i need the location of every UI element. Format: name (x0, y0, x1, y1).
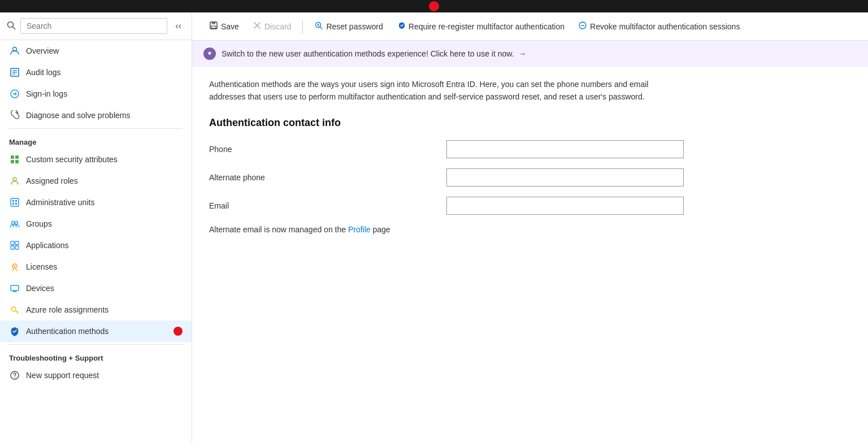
description-text: Authentication methods are the ways your… (209, 78, 672, 103)
toolbar-divider (302, 20, 303, 33)
sidebar-item-label: Azure role assignments (26, 305, 108, 314)
reset-password-button[interactable]: Reset password (309, 18, 388, 34)
svg-point-29 (11, 307, 16, 311)
discard-label: Discard (264, 22, 291, 31)
banner-icon (203, 47, 216, 60)
sidebar-item-admin-units[interactable]: Administrative units (0, 192, 192, 213)
sidebar-item-azure-roles[interactable]: Azure role assignments (0, 299, 192, 320)
save-label: Save (221, 22, 239, 31)
sidebar-item-signin-logs[interactable]: Sign-in logs (0, 83, 192, 105)
svg-point-25 (14, 266, 16, 267)
svg-rect-9 (15, 155, 19, 159)
list-icon (9, 67, 20, 78)
svg-point-12 (13, 177, 16, 181)
svg-point-31 (14, 377, 15, 378)
collapse-sidebar-button[interactable]: ‹‹ (172, 20, 185, 32)
signin-icon (9, 88, 20, 99)
key-icon (9, 304, 20, 315)
reset-password-label: Reset password (326, 22, 383, 31)
svg-rect-14 (12, 200, 14, 202)
require-reregister-icon (397, 21, 406, 32)
sidebar-item-auth-methods[interactable]: Authentication methods (0, 320, 192, 342)
troubleshoot-section-label: Troubleshooting + Support (0, 347, 192, 365)
sidebar-item-groups[interactable]: Groups (0, 213, 192, 235)
reset-password-icon (314, 21, 323, 32)
admin-icon (9, 197, 20, 208)
discard-icon (253, 21, 262, 32)
sidebar-item-devices[interactable]: Devices (0, 278, 192, 299)
device-icon (9, 283, 20, 294)
sidebar-item-label: Sign-in logs (26, 89, 67, 98)
profile-link[interactable]: Profile (348, 225, 371, 234)
svg-line-1 (13, 27, 15, 29)
search-icon (7, 21, 16, 32)
banner-text: Switch to the new user authentication me… (222, 49, 526, 58)
svg-rect-13 (11, 198, 19, 206)
sidebar-item-audit-logs[interactable]: Audit logs (0, 62, 192, 83)
person-icon (9, 45, 20, 57)
wrench-icon (9, 110, 20, 121)
shield-icon (9, 326, 20, 337)
alternate-phone-form-group: Alternate phone (209, 168, 718, 187)
revoke-mfa-button[interactable]: Revoke multifactor authentication sessio… (572, 18, 745, 34)
sidebar-item-label: Applications (26, 241, 69, 250)
sidebar-item-label: Assigned roles (26, 176, 78, 185)
alt-email-note-prefix: Alternate email is now managed on the (209, 225, 348, 234)
require-reregister-label: Require re-register multifactor authenti… (409, 22, 565, 31)
search-input[interactable] (20, 18, 167, 34)
svg-rect-17 (15, 203, 17, 205)
discard-button[interactable]: Discard (247, 18, 297, 34)
sidebar-item-label: Licenses (26, 262, 57, 271)
content-body: Authentication methods are the ways your… (192, 67, 868, 245)
sidebar-item-label: Custom security attributes (26, 155, 118, 164)
search-bar: ‹‹ (0, 12, 192, 40)
email-label: Email (209, 201, 446, 210)
sidebar-item-applications[interactable]: Applications (0, 235, 192, 256)
save-icon (209, 21, 218, 32)
apps-icon (9, 240, 20, 251)
sidebar-item-label: Groups (26, 219, 52, 228)
person2-icon (9, 175, 20, 187)
toolbar: Save Discard (192, 12, 868, 41)
section-title: Authentication contact info (209, 117, 851, 129)
support-icon (9, 370, 20, 381)
phone-label: Phone (209, 145, 446, 154)
svg-rect-11 (15, 160, 19, 163)
alt-email-note-suffix: page (371, 225, 390, 234)
manage-section-label: Manage (0, 131, 192, 149)
sidebar-item-label: Authentication methods (26, 327, 108, 336)
svg-rect-15 (15, 200, 17, 202)
svg-rect-26 (11, 285, 19, 291)
svg-rect-33 (212, 22, 215, 24)
sidebar: ‹‹ Overview Audit logs (0, 12, 192, 442)
svg-point-19 (15, 222, 18, 224)
sidebar-item-label: Diagnose and solve problems (26, 111, 130, 120)
license-icon (9, 261, 20, 272)
alt-email-note: Alternate email is now managed on the Pr… (209, 225, 851, 234)
sidebar-item-overview[interactable]: Overview (0, 40, 192, 62)
sidebar-item-custom-security[interactable]: Custom security attributes (0, 149, 192, 170)
svg-rect-22 (11, 246, 14, 249)
svg-rect-20 (11, 241, 14, 245)
alternate-phone-label: Alternate phone (209, 173, 446, 182)
sidebar-item-label: Administrative units (26, 198, 94, 207)
sidebar-item-label: Audit logs (26, 68, 60, 77)
require-reregister-button[interactable]: Require re-register multifactor authenti… (391, 18, 570, 34)
banner-message: Switch to the new user authentication me… (222, 49, 514, 58)
sidebar-item-diagnose[interactable]: Diagnose and solve problems (0, 105, 192, 126)
sidebar-item-new-support[interactable]: New support request (0, 365, 192, 386)
sidebar-item-licenses[interactable]: Licenses (0, 256, 192, 278)
phone-input[interactable] (446, 140, 684, 158)
svg-rect-8 (11, 155, 14, 159)
sidebar-item-assigned-roles[interactable]: Assigned roles (0, 170, 192, 192)
email-input[interactable] (446, 197, 684, 215)
troubleshoot-section-divider (9, 344, 183, 345)
svg-rect-23 (15, 246, 19, 249)
main-content: Save Discard (192, 12, 868, 442)
revoke-mfa-label: Revoke multifactor authentication sessio… (590, 22, 740, 31)
save-button[interactable]: Save (203, 18, 245, 34)
alternate-phone-input[interactable] (446, 168, 684, 187)
recording-indicator (429, 1, 439, 11)
revoke-mfa-icon (578, 21, 587, 32)
sidebar-item-label: Devices (26, 284, 54, 293)
